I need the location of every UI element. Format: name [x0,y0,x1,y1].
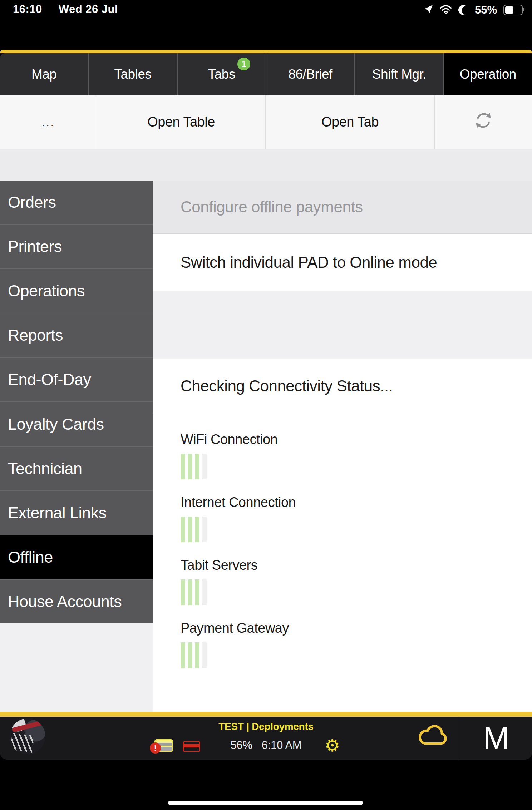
location-arrow-icon [423,4,433,16]
content-gap [0,149,532,181]
sidebar-item-house-accounts[interactable]: House Accounts [0,580,153,623]
sidebar-item-offline[interactable]: Offline [0,535,153,580]
nav-tab-bar: Map Tables Tabs1 86/Brief Shift Mgr. Ope… [0,53,532,95]
sidebar-item-external-links[interactable]: External Links [0,491,153,535]
tab-map[interactable]: Map [0,53,89,95]
connectivity-item-wifi: WiFi Connection [181,432,277,479]
action-bar: ... Open Table Open Tab [0,95,532,149]
accent-bottom-border [0,712,532,717]
status-bar: 16:10 Wed 26 Jul 55% [0,0,532,50]
sidebar-item-loyalty-cards[interactable]: Loyalty Cards [0,402,153,446]
tab-tables[interactable]: Tables [89,53,177,95]
sidebar-item-printers[interactable]: Printers [0,225,153,269]
signal-bars [181,454,277,479]
user-initial[interactable]: M [460,717,532,760]
battery-percent: 55% [475,4,497,16]
tab-operation[interactable]: Operation [444,53,532,95]
more-button[interactable]: ... [0,95,97,149]
refresh-button[interactable] [435,95,531,149]
cloud-sync-icon[interactable] [416,722,450,749]
tab-86-brief[interactable]: 86/Brief [266,53,355,95]
sidebar-item-operations[interactable]: Operations [0,269,153,313]
tab-shift-mgr[interactable]: Shift Mgr. [355,53,444,95]
sidebar-item-technician[interactable]: Technician [0,447,153,491]
bottom-status-bar: ! TEST | Deployments 56%6:10 AM ⚙ M [0,717,532,760]
signal-bars [181,642,289,668]
device-time: 6:10 AM [262,739,302,751]
status-date: Wed 26 Jul [59,3,118,16]
configure-offline-payments-row-disabled: Configure offline payments [153,181,532,234]
wifi-icon [440,4,452,16]
sidebar-item-reports[interactable]: Reports [0,313,153,358]
connectivity-item-tabit-servers: Tabit Servers [181,558,257,605]
panel-gap [153,291,532,359]
connectivity-item-internet: Internet Connection [181,495,296,542]
dnd-moon-icon [457,4,469,16]
battery-icon [503,5,523,15]
signal-bars [181,579,257,605]
sidebar-filler [0,623,153,712]
settings-sidebar: Orders Printers Operations Reports End-O… [0,181,153,623]
refresh-icon [473,110,494,134]
connectivity-status-heading: Checking Connectivity Status... [153,359,532,414]
sidebar-item-orders[interactable]: Orders [0,181,153,225]
status-time: 16:10 [13,3,42,16]
switch-pad-online-row[interactable]: Switch individual PAD to Online mode [153,234,532,291]
signal-bars [181,517,296,542]
device-battery-percent: 56% [231,739,252,751]
tab-tabs[interactable]: Tabs1 [178,53,266,95]
sidebar-item-end-of-day[interactable]: End-Of-Day [0,358,153,402]
tabs-count-badge: 1 [237,58,250,70]
device-status-line: 56%6:10 AM [0,739,532,752]
open-tab-button[interactable]: Open Tab [266,95,435,149]
accent-top-border [0,50,532,53]
settings-gear-icon[interactable]: ⚙ [325,735,340,755]
connectivity-item-payment-gateway: Payment Gateway [181,621,289,668]
offline-panel: Configure offline payments Switch indivi… [153,181,532,712]
environment-label: TEST | Deployments [0,721,532,732]
open-table-button[interactable]: Open Table [97,95,266,149]
home-indicator[interactable] [168,801,363,805]
